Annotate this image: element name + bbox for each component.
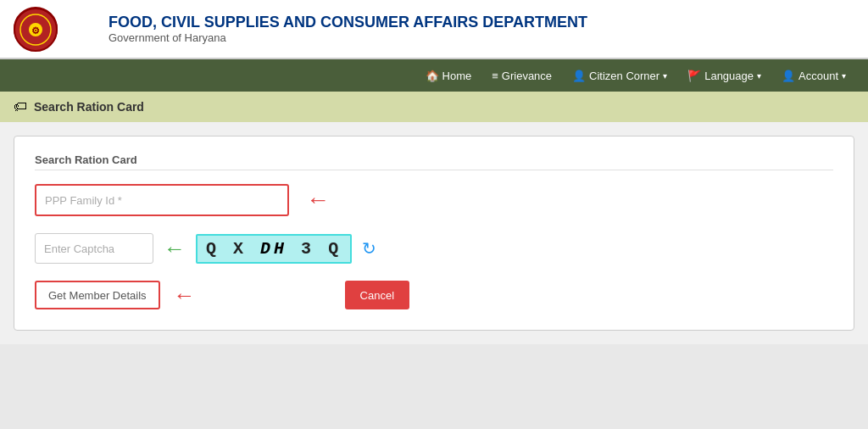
navbar: 🏠 Home ≡ Grievance 👤 Citizen Corner ▾ 🚩 …	[0, 59, 868, 92]
citizen-caret-icon: ▾	[663, 71, 667, 81]
ppp-arrow-indicator: ←	[306, 188, 330, 212]
nav-home-label: Home	[442, 70, 472, 82]
nav-home[interactable]: 🏠 Home	[417, 64, 481, 87]
nav-citizen-label: Citizen Corner	[589, 70, 659, 82]
get-member-details-button[interactable]: Get Member Details	[35, 281, 160, 309]
form-title: Search Ration Card	[35, 153, 833, 170]
search-ration-card-form: Search Ration Card ← ← Q X D H 3 Q ↻ Get…	[14, 136, 854, 331]
captcha-refresh-icon[interactable]: ↻	[362, 238, 376, 259]
language-icon: 🚩	[687, 70, 701, 82]
svg-text:⚙: ⚙	[31, 25, 40, 36]
account-icon: 👤	[782, 70, 795, 82]
citizen-icon: 👤	[572, 70, 586, 82]
page-title-bar: 🏷 Search Ration Card	[0, 92, 868, 122]
nav-account[interactable]: 👤 Account ▾	[773, 64, 854, 87]
grievance-icon: ≡	[492, 70, 498, 82]
header-title-block: FOOD, CIVIL SUPPLIES AND CONSUMER AFFAIR…	[108, 14, 587, 45]
captcha-row: ← Q X D H 3 Q ↻	[35, 233, 833, 264]
home-icon: 🏠	[426, 70, 439, 82]
logo-emblem: ⚙	[14, 8, 58, 52]
captcha-char-5: 3	[301, 239, 314, 259]
nav-language[interactable]: 🚩 Language ▾	[679, 64, 770, 87]
account-caret-icon: ▾	[842, 71, 846, 81]
nav-language-label: Language	[704, 70, 754, 82]
main-content: Search Ration Card ← ← Q X D H 3 Q ↻ Get…	[0, 122, 868, 344]
ppp-field-row: ←	[35, 184, 833, 216]
page-title-icon: 🏷	[14, 99, 27, 114]
nav-grievance-label: Grievance	[502, 70, 552, 82]
get-member-arrow-indicator: ←	[174, 284, 196, 306]
captcha-image: Q X D H 3 Q	[196, 234, 352, 264]
captcha-char-6: Q	[328, 239, 342, 259]
captcha-char-1: Q	[206, 239, 220, 259]
nav-citizen-corner[interactable]: 👤 Citizen Corner ▾	[564, 64, 676, 87]
captcha-arrow-indicator: ←	[164, 236, 186, 262]
button-row: Get Member Details ← Cancel	[35, 281, 833, 309]
captcha-char-4: H	[274, 239, 287, 259]
nav-account-label: Account	[798, 70, 838, 82]
captcha-char-3: D	[260, 239, 274, 259]
page-title: Search Ration Card	[34, 100, 144, 114]
captcha-input[interactable]	[35, 233, 153, 264]
language-caret-icon: ▾	[757, 71, 761, 81]
nav-grievance[interactable]: ≡ Grievance	[483, 64, 560, 87]
department-title: FOOD, CIVIL SUPPLIES AND CONSUMER AFFAIR…	[108, 14, 587, 32]
department-subtitle: Government of Haryana	[108, 31, 587, 44]
header: 🔴 ⚙ FOOD, CIVIL SUPPLIES AND CONSUMER AF…	[0, 0, 868, 59]
cancel-button[interactable]: Cancel	[345, 281, 409, 309]
ppp-family-id-input[interactable]	[35, 184, 289, 216]
captcha-char-2: X	[233, 239, 247, 259]
